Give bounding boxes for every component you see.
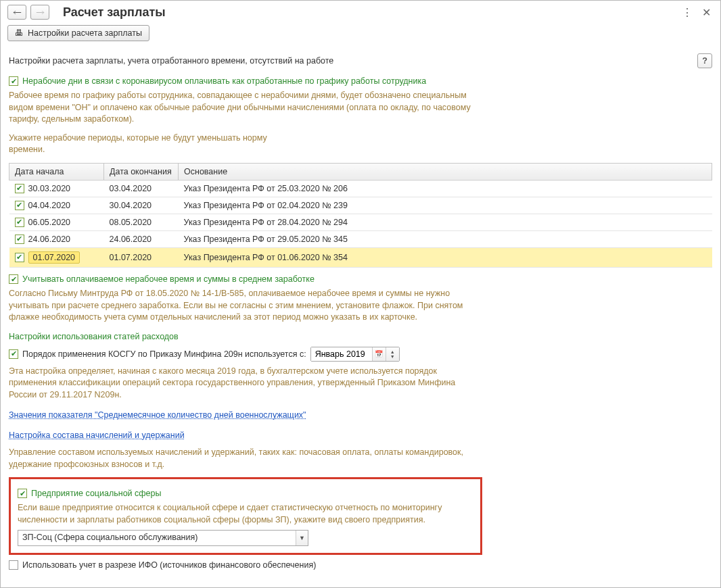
kosgu-note: Эта настройка определяет, начиная с како… — [9, 366, 482, 401]
avg-earnings-label: Учитывать оплачиваемое нерабочее время и… — [22, 274, 315, 284]
close-icon[interactable]: ✕ — [699, 5, 714, 20]
row-checkbox[interactable]: ✔ — [15, 201, 24, 210]
kosgu-date-input[interactable] — [311, 347, 372, 361]
social-sphere-highlight: ✔ Предприятие социальной сферы Если ваше… — [9, 477, 482, 555]
covid-days-checkbox[interactable]: ✔ — [9, 76, 18, 86]
print-settings-button[interactable]: 🖶 Настройки расчета зарплаты — [7, 25, 149, 41]
kosgu-checkbox[interactable]: ✔ — [9, 349, 18, 359]
col-base-header[interactable]: Основание — [179, 163, 712, 180]
link-accruals-settings[interactable]: Настройка состава начислений и удержаний — [9, 431, 185, 440]
ifo-checkbox[interactable]: ✔ — [9, 560, 18, 570]
table-row[interactable]: ✔24.06.2020 24.06.2020 Указ Президента Р… — [9, 231, 712, 248]
table-row[interactable]: ✔04.04.2020 30.04.2020 Указ Президента Р… — [9, 197, 712, 214]
row-checkbox[interactable]: ✔ — [15, 235, 24, 244]
expense-section-header: Настройки использования статей расходов — [9, 332, 712, 341]
print-settings-label: Настройки расчета зарплаты — [28, 28, 142, 38]
row-checkbox[interactable]: ✔ — [15, 253, 24, 262]
table-row[interactable]: ✔06.05.2020 08.05.2020 Указ Президента Р… — [9, 214, 712, 231]
social-sphere-select-value: ЗП-Соц (Сфера социального обслуживания) — [18, 531, 296, 545]
social-sphere-select[interactable]: ЗП-Соц (Сфера социального обслуживания) … — [18, 530, 308, 546]
link-accruals-note: Управление составом используемых начисле… — [9, 447, 482, 470]
link-mil-days[interactable]: Значения показателя "Среднемесячное коли… — [9, 410, 306, 420]
table-row-selected[interactable]: ✔01.07.2020 01.07.2020 Указ Президента Р… — [9, 248, 712, 268]
row-checkbox[interactable]: ✔ — [15, 184, 24, 193]
help-button[interactable]: ? — [697, 53, 712, 68]
chevron-down-icon[interactable]: ▼ — [296, 531, 308, 545]
calendar-icon[interactable]: 📅 — [372, 347, 386, 361]
nav-back-button[interactable]: 🡐 — [7, 5, 26, 20]
nav-forward-button[interactable]: 🡒 — [30, 5, 49, 20]
social-sphere-checkbox[interactable]: ✔ — [18, 489, 27, 498]
col-end-header[interactable]: Дата окончания — [104, 163, 179, 180]
kosgu-label: Порядок применения КОСГУ по Приказу Минф… — [22, 349, 306, 359]
periods-table: Дата начала Дата окончания Основание ✔30… — [9, 163, 712, 268]
spinner-icon[interactable]: ▲▼ — [386, 347, 399, 361]
subtitle: Настройки расчета зарплаты, учета отрабо… — [9, 56, 697, 66]
row-checkbox[interactable]: ✔ — [15, 218, 24, 227]
col-start-header[interactable]: Дата начала — [9, 163, 104, 180]
page-title: Расчет зарплаты — [63, 5, 676, 20]
ifo-label: Использовать учет в разрезе ИФО (источни… — [22, 560, 316, 570]
social-sphere-note: Если ваше предприятие относится к социал… — [18, 502, 473, 526]
social-sphere-label: Предприятие социальной сферы — [31, 489, 162, 498]
kosgu-date-field[interactable]: 📅 ▲▼ — [310, 347, 400, 362]
table-row[interactable]: ✔30.03.2020 03.04.2020 Указ Президента Р… — [9, 180, 712, 197]
covid-note: Рабочее время по графику работы сотрудни… — [9, 90, 482, 126]
covid-days-label: Нерабочие дни в связи с коронавирусом оп… — [22, 76, 426, 86]
avg-earnings-checkbox[interactable]: ✔ — [9, 274, 18, 284]
printer-icon: 🖶 — [15, 28, 24, 38]
kebab-menu-icon[interactable]: ⋮ — [680, 5, 695, 20]
avg-earnings-note: Согласно Письму Минтруда РФ от 18.05.202… — [9, 288, 482, 324]
periods-note: Укажите нерабочие периоды, которые не бу… — [9, 132, 293, 156]
